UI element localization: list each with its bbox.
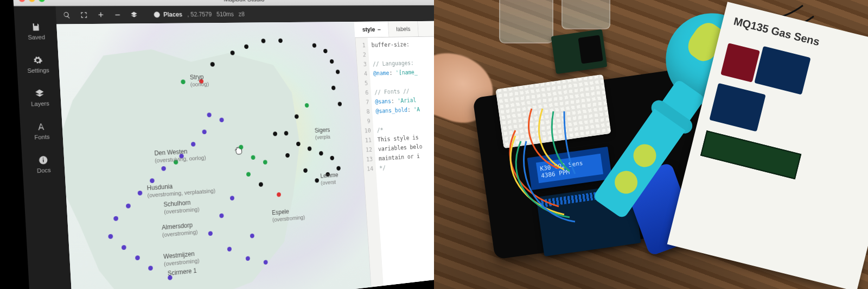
window-title: Mapbox Studio [13,0,441,3]
places-dropdown[interactable]: Places [153,11,182,18]
sidebar-item-fonts[interactable]: Fonts [34,122,50,141]
search-button[interactable] [59,8,74,22]
svg-rect-2 [43,158,44,159]
tab-style[interactable]: style– [354,21,390,37]
map-point[interactable] [296,141,301,146]
sidebar-item-settings[interactable]: Settings [27,55,49,74]
svg-rect-1 [43,159,44,162]
map-point[interactable] [319,151,323,155]
map-point[interactable] [294,114,298,118]
map-point[interactable] [323,49,328,53]
sidebar-label: Fonts [34,134,50,141]
zoom-in-button[interactable]: + [93,8,109,22]
layers-button[interactable] [126,8,142,22]
fonts-icon [36,122,47,132]
tab-labels[interactable]: labels [388,21,418,37]
left-photo: Mapbox Studio Edit View Window Help Tx: … [0,0,434,289]
map-canvas[interactable]: Stryp(oorlog)Den Westen(overstuiving, oo… [56,22,371,289]
zoom-level: z8 [238,11,245,18]
laptop-screen: Mapbox Studio Edit View Window Help Tx: … [12,0,458,289]
map-point[interactable] [278,39,283,43]
render-time: 510ms [216,11,234,18]
map-point[interactable] [329,59,334,64]
sidebar-item-docs[interactable]: Docs [36,155,51,174]
sidebar-item-saved[interactable]: Saved [27,22,46,41]
search-icon [63,11,71,19]
map-point[interactable] [312,43,316,48]
map-point[interactable] [336,70,340,74]
sidebar-label: Docs [37,167,51,174]
map-point[interactable] [263,260,267,265]
paper-module-image [720,43,760,83]
map-point[interactable] [276,192,280,197]
map-point[interactable] [303,168,308,173]
editor-tabs: style– labels [354,21,443,38]
map-point[interactable] [210,62,215,67]
save-icon [31,22,41,32]
zoom-out-button[interactable]: − [110,8,125,22]
map-point[interactable] [244,45,248,49]
info-icon [38,155,48,165]
map-point[interactable] [305,103,309,108]
right-photo: K30 CO2 Sens 4386 PPM MQ135 Gas Sens [434,0,868,289]
places-label: Places [163,11,183,18]
tab-collapse-icon: – [377,26,380,33]
place-label: Schulhorn(overstroming) [163,198,200,216]
map-point[interactable] [330,156,335,160]
map-point[interactable] [250,233,254,238]
place-label: Lemme(overst [320,172,339,186]
sidebar-label: Settings [27,67,49,74]
drinking-glass [499,0,553,43]
map-point[interactable] [337,102,342,106]
svg-point-3 [154,11,159,17]
map-point[interactable] [230,51,234,55]
tab-label: labels [396,26,411,33]
map-point[interactable] [261,39,266,43]
paper-module-image [755,46,811,95]
paper-lcd-image [700,130,801,179]
coordinates-readout: , 52.7579 [187,11,212,18]
place-label: Espele(overstroming) [272,207,305,223]
drinking-glass [561,0,610,29]
map-point[interactable] [331,86,335,90]
paper-module-image [709,83,765,132]
map-point[interactable] [336,166,341,171]
fullscreen-icon [80,11,87,19]
sidebar-label: Saved [28,34,45,40]
place-label: Stryp(oorlog) [190,73,209,88]
sensor-module [551,29,608,74]
map-point[interactable] [190,142,195,147]
map-point[interactable] [315,178,320,183]
globe-icon [153,11,161,18]
tab-label: style [362,26,375,33]
fullscreen-button[interactable] [76,8,92,22]
sidebar-item-layers[interactable]: Layers [30,89,49,108]
map-point[interactable] [308,146,312,151]
layers-icon [34,89,44,98]
layers-icon [130,11,138,18]
sidebar-label: Layers [31,100,49,107]
place-label: Sigers(verpla [315,127,331,141]
map-point[interactable] [125,203,130,208]
map-point[interactable] [239,144,243,149]
gear-icon [33,55,43,65]
